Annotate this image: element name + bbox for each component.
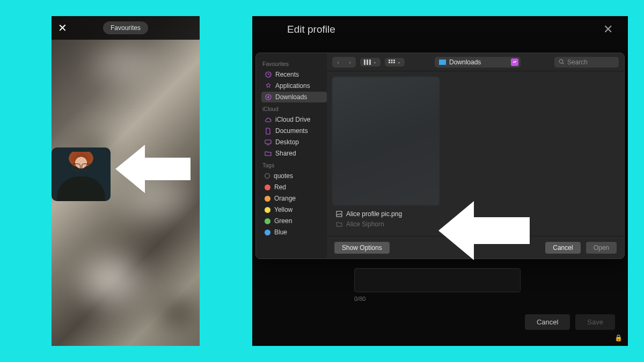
- svg-rect-5: [367, 60, 368, 65]
- download-icon: [265, 94, 272, 101]
- sidebar-item-label: Documents: [275, 127, 308, 135]
- lock-icon: 🔒: [614, 334, 623, 342]
- cancel-button[interactable]: Cancel: [545, 242, 580, 254]
- edit-profile-header: Edit profile ✕: [252, 16, 628, 43]
- tag-dot-icon: [265, 218, 270, 224]
- sidebar-item-label: Yellow: [274, 206, 292, 213]
- open-button[interactable]: Open: [586, 242, 617, 254]
- sidebar-item-label: iCloud Drive: [275, 116, 310, 123]
- bio-section: 0/80: [354, 268, 526, 302]
- svg-rect-3: [265, 140, 271, 144]
- svg-rect-10: [389, 62, 390, 63]
- svg-rect-9: [393, 60, 395, 61]
- sidebar-item-label: Shared: [275, 150, 296, 157]
- view-grid-button[interactable]: ⌄: [385, 58, 405, 67]
- tag-dot-icon: [265, 207, 270, 213]
- forward-button[interactable]: ›: [344, 57, 356, 68]
- grid-icon: [389, 60, 395, 65]
- sidebar-item-label: Recents: [275, 71, 299, 78]
- sidebar-item-label: Green: [274, 217, 292, 225]
- svg-rect-6: [369, 60, 371, 65]
- file-name: Alice Siphorn: [346, 220, 384, 228]
- dropdown-icon: ▴▾: [511, 58, 518, 66]
- show-options-button[interactable]: Show Options: [334, 242, 390, 254]
- sidebar-item-label: Orange: [274, 195, 296, 202]
- char-count: 0/80: [354, 295, 526, 302]
- view-columns-button[interactable]: ⌄: [360, 58, 380, 67]
- sidebar-section-icloud: iCloud: [262, 106, 327, 112]
- doc-icon: [265, 128, 272, 135]
- profile-cancel-button[interactable]: Cancel: [525, 314, 570, 330]
- sidebar-tag-blue[interactable]: Blue: [261, 227, 327, 238]
- sidebar-item-applications[interactable]: Applications: [261, 80, 327, 91]
- svg-rect-12: [393, 62, 395, 63]
- path-label: Downloads: [449, 58, 481, 66]
- search-placeholder: Search: [567, 58, 588, 66]
- annotation-arrow-left: [115, 139, 191, 198]
- annotation-arrow-right: [438, 196, 530, 265]
- sidebar-item-icloud-drive[interactable]: iCloud Drive: [261, 114, 327, 125]
- edit-profile-footer: Cancel Save: [525, 314, 615, 330]
- file-item[interactable]: Alice profile pic.png: [332, 209, 405, 219]
- tag-dot-icon: [265, 196, 270, 202]
- sidebar-item-documents[interactable]: Documents: [261, 125, 327, 136]
- svg-rect-7: [389, 60, 390, 61]
- desktop-icon: [265, 139, 272, 146]
- cloud-icon: [265, 116, 272, 123]
- back-button[interactable]: ‹: [332, 57, 344, 68]
- sidebar-item-recents[interactable]: Recents: [261, 69, 327, 80]
- apps-icon: [265, 83, 272, 90]
- sidebar-tag-green[interactable]: Green: [261, 216, 327, 226]
- tag-dot-icon: [265, 184, 270, 190]
- close-icon[interactable]: ✕: [603, 23, 613, 36]
- folder-icon: [439, 60, 446, 65]
- sidebar-section-favourites: Favourites: [262, 61, 327, 67]
- sidebar-item-label: quotes: [274, 172, 293, 180]
- svg-point-13: [559, 60, 563, 63]
- file-picker-sidebar: Favourites Recents Applications Download…: [256, 53, 327, 258]
- sidebar-item-desktop[interactable]: Desktop: [261, 137, 327, 147]
- sidebar-item-label: Downloads: [275, 93, 307, 101]
- svg-rect-8: [391, 60, 393, 61]
- folder-icon: [335, 221, 342, 228]
- file-picker-toolbar: ‹ › ⌄ ⌄ Downloads ▴▾: [327, 53, 624, 71]
- sidebar-tag-red[interactable]: Red: [261, 182, 327, 193]
- clock-icon: [265, 71, 272, 78]
- sidebar-tag-yellow[interactable]: Yellow: [261, 204, 327, 215]
- close-icon[interactable]: ✕: [58, 21, 67, 34]
- sidebar-item-label: Blue: [274, 228, 287, 236]
- columns-icon: [364, 60, 371, 65]
- bio-textarea[interactable]: [354, 268, 521, 292]
- file-name: Alice profile pic.png: [346, 210, 402, 218]
- tag-dot-icon: [265, 173, 270, 179]
- profile-save-button[interactable]: Save: [575, 314, 615, 330]
- path-selector[interactable]: Downloads ▴▾: [435, 57, 521, 68]
- svg-rect-4: [364, 60, 365, 65]
- edit-profile-window: Edit profile ✕ Favourites Recents Applic…: [252, 16, 628, 346]
- sidebar-item-shared[interactable]: Shared: [261, 148, 327, 159]
- mobile-top-bar: ✕ Favourites: [52, 16, 200, 40]
- edit-profile-title: Edit profile: [287, 24, 335, 35]
- file-preview: [332, 77, 440, 205]
- sidebar-tag-orange[interactable]: Orange: [261, 193, 327, 204]
- search-icon: [559, 59, 565, 65]
- sidebar-item-label: Red: [274, 183, 286, 191]
- tag-dot-icon: [265, 230, 270, 235]
- nav-buttons: ‹ ›: [332, 57, 356, 68]
- svg-marker-0: [115, 145, 191, 193]
- svg-rect-11: [391, 62, 393, 63]
- file-item[interactable]: Alice Siphorn: [332, 219, 387, 229]
- search-field[interactable]: Search: [554, 57, 619, 68]
- sidebar-item-downloads[interactable]: Downloads: [261, 92, 327, 102]
- folder-icon: [265, 150, 272, 157]
- image-file-icon: [335, 211, 342, 218]
- sidebar-section-tags: Tags: [262, 162, 327, 168]
- sidebar-tag-quotes[interactable]: quotes: [261, 171, 327, 181]
- favourites-pill[interactable]: Favourites: [103, 21, 148, 34]
- sidebar-item-label: Applications: [275, 82, 310, 90]
- svg-rect-14: [336, 211, 342, 217]
- sidebar-item-label: Desktop: [275, 138, 299, 146]
- selected-thumbnail[interactable]: [52, 147, 111, 201]
- svg-marker-15: [438, 201, 530, 260]
